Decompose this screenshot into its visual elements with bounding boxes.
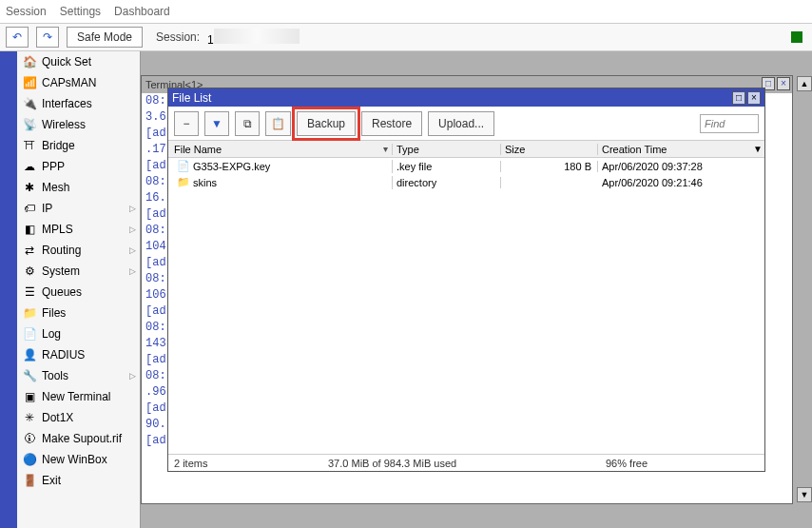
file-list-titlebar[interactable]: File List □ × [168, 88, 764, 107]
sidebar-item-ppp[interactable]: ☁PPP [17, 156, 140, 177]
sidebar-item-log[interactable]: 📄Log [17, 323, 140, 344]
sidebar-item-label: Quick Set [42, 55, 91, 68]
terminal-close-button[interactable]: × [777, 77, 790, 90]
sidebar-item-dot1x[interactable]: ✳Dot1X [17, 407, 140, 428]
status-free: 96% free [606, 458, 764, 469]
sidebar-item-label: Make Supout.rif [42, 432, 122, 445]
paste-button[interactable]: 📋 [265, 111, 291, 136]
sidebar-item-label: Exit [42, 474, 61, 487]
table-row[interactable]: 📄G353-EXPG.key.key file180 BApr/06/2020 … [168, 158, 764, 174]
supout-icon: 🛈 [22, 431, 37, 446]
col-name-header[interactable]: File Name▾ [168, 144, 393, 155]
system-icon: ⚙ [22, 264, 37, 279]
header-dropdown-icon[interactable]: ▼ [753, 144, 763, 154]
scroll-up-button[interactable]: ▲ [797, 76, 812, 91]
log-icon: 📄 [22, 326, 37, 342]
sidebar-item-label: System [42, 264, 80, 278]
sidebar-item-label: New WinBox [42, 453, 107, 466]
routing-icon: ⇄ [22, 243, 37, 258]
sidebar-item-queues[interactable]: ☰Queues [17, 282, 140, 303]
sidebar-item-system[interactable]: ⚙System▷ [17, 261, 140, 282]
sidebar-item-mpls[interactable]: ◧MPLS▷ [17, 219, 140, 240]
menu-settings[interactable]: Settings [60, 5, 101, 18]
ppp-icon: ☁ [22, 159, 37, 174]
sidebar-item-exit[interactable]: 🚪Exit [17, 470, 140, 491]
sidebar-item-label: IP [42, 202, 52, 215]
file-list-window[interactable]: File List □ × − ▼ ⧉ 📋 Backup Restore Upl… [167, 88, 765, 472]
sidebar-item-label: MPLS [42, 223, 73, 236]
sidebar-item-capsman[interactable]: 📶CAPsMAN [17, 72, 140, 93]
quickset-icon: 🏠 [22, 54, 37, 69]
folder-icon: 📁 [177, 176, 190, 189]
sidebar-item-label: New Terminal [42, 390, 110, 403]
chevron-right-icon: ▷ [129, 371, 136, 381]
col-size-header[interactable]: Size [501, 144, 598, 155]
redo-button[interactable]: ↷ [36, 27, 59, 48]
file-size: 180 B [501, 161, 598, 172]
col-type-header[interactable]: Type [393, 144, 501, 155]
find-input[interactable] [700, 114, 759, 133]
filter-button[interactable]: ▼ [204, 111, 229, 136]
sidebar-item-wireless[interactable]: 📡Wireless [17, 114, 140, 135]
file-icon: 📄 [177, 160, 190, 173]
sidebar-item-tools[interactable]: 🔧Tools▷ [17, 365, 140, 386]
upload-button[interactable]: Upload... [428, 111, 494, 136]
session-id: 1 [207, 29, 300, 47]
sidebar-item-new-terminal[interactable]: ▣New Terminal [17, 386, 140, 407]
sidebar-item-radius[interactable]: 👤RADIUS [17, 344, 140, 365]
files-icon: 📁 [22, 305, 37, 321]
backup-button[interactable]: Backup [297, 111, 356, 136]
col-time-header[interactable]: Creation Time▼ [598, 144, 764, 155]
file-type: directory [393, 177, 501, 188]
sidebar-item-label: Dot1X [42, 411, 73, 424]
status-count: 2 items [168, 458, 328, 469]
sidebar-item-mesh[interactable]: ✱Mesh [17, 177, 140, 198]
menu-dashboard[interactable]: Dashboard [114, 5, 170, 18]
content-scrollbar[interactable]: ▲ ▼ [797, 76, 812, 502]
file-list-toolbar: − ▼ ⧉ 📋 Backup Restore Upload... [168, 107, 764, 141]
sidebar-item-label: Queues [42, 285, 82, 299]
status-usage: 37.0 MiB of 984.3 MiB used [328, 458, 606, 469]
sidebar-item-ip[interactable]: 🏷IP▷ [17, 198, 140, 219]
copy-button[interactable]: ⧉ [235, 111, 260, 136]
remove-button[interactable]: − [174, 111, 199, 136]
radius-icon: 👤 [22, 347, 37, 362]
safe-mode-button[interactable]: Safe Mode [67, 27, 143, 48]
exit-icon: 🚪 [22, 473, 37, 488]
table-row[interactable]: 📁skinsdirectoryApr/06/2020 09:21:46 [168, 174, 764, 190]
status-indicator [791, 31, 802, 43]
chevron-right-icon: ▷ [129, 266, 136, 276]
sidebar-item-quick-set[interactable]: 🏠Quick Set [17, 51, 140, 72]
content-area: Terminal<1> □ × 08:3.6[ad.17[ad08:16.[ad… [141, 51, 812, 528]
file-list-header: File Name▾ Type Size Creation Time▼ [168, 141, 764, 158]
undo-button[interactable]: ↶ [6, 27, 29, 48]
sidebar-item-make-supout-rif[interactable]: 🛈Make Supout.rif [17, 428, 140, 449]
terminal-icon: ▣ [22, 389, 37, 404]
wireless-icon: 📡 [22, 117, 37, 132]
sidebar-item-label: Routing [42, 244, 81, 257]
menu-session[interactable]: Session [6, 5, 47, 18]
file-name: G353-EXPG.key [193, 161, 270, 172]
sidebar-item-label: RADIUS [42, 348, 85, 362]
file-list-status: 2 items 37.0 MiB of 984.3 MiB used 96% f… [168, 454, 764, 471]
sidebar-item-routing[interactable]: ⇄Routing▷ [17, 240, 140, 261]
undo-icon: ↶ [12, 30, 22, 44]
filelist-min-button[interactable]: □ [732, 91, 745, 105]
mesh-icon: ✱ [22, 180, 37, 195]
sidebar-item-files[interactable]: 📁Files [17, 303, 140, 323]
capsman-icon: 📶 [22, 75, 37, 90]
sidebar-item-label: Interfaces [42, 97, 92, 110]
file-name: skins [193, 177, 217, 188]
filelist-close-button[interactable]: × [747, 91, 761, 105]
sidebar-item-interfaces[interactable]: 🔌Interfaces [17, 93, 140, 114]
session-label: Session: [156, 30, 200, 44]
queues-icon: ☰ [22, 284, 37, 300]
ip-icon: 🏷 [22, 201, 37, 216]
file-type: .key file [393, 161, 501, 172]
product-tag: uterOS WinBox [0, 51, 17, 528]
sidebar-item-new-winbox[interactable]: 🔵New WinBox [17, 449, 140, 470]
sidebar-item-label: Mesh [42, 181, 69, 194]
restore-button[interactable]: Restore [361, 111, 422, 136]
scroll-down-button[interactable]: ▼ [797, 487, 812, 502]
sidebar-item-bridge[interactable]: ⛩Bridge [17, 135, 140, 156]
